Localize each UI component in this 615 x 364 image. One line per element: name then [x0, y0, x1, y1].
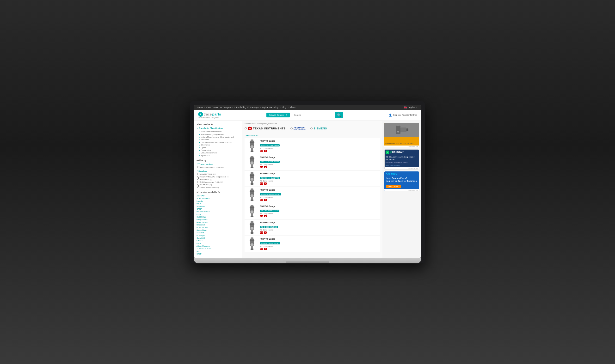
- product-item-5[interactable]: RS PRO Gauge IPS-G4002-5M1/PRO RS Compon…: [245, 220, 380, 236]
- model-item-step[interactable]: STEP: [197, 253, 240, 255]
- supplier-ti[interactable]: Texas Instruments (2): [197, 186, 240, 189]
- catalog-assmann-radio[interactable]: [290, 127, 293, 130]
- product-item-2[interactable]: RS PRO Gauge IPSU-GP100-5M12/PRO RS Comp…: [245, 170, 380, 187]
- product-badges-0: RS A: [260, 150, 378, 152]
- supplier-advantech[interactable]: ADVANTECH (21): [197, 173, 240, 176]
- language-label[interactable]: English: [408, 106, 415, 108]
- nav-home[interactable]: Home: [197, 106, 203, 108]
- nav-about[interactable]: About: [290, 106, 296, 108]
- model-item-altium-designer[interactable]: Altium Designer: [197, 245, 240, 247]
- sidebar-item-manufacturing[interactable]: Manufacturing engineering: [197, 133, 240, 136]
- nav-publishing[interactable]: Publishing 3D Catalogs: [236, 106, 259, 108]
- signin-label[interactable]: Sign in / Register for free: [393, 114, 417, 116]
- product-details-5: RS PRO Gauge IPS-G4002-5M1/PRO RS Compon…: [260, 221, 378, 234]
- sidebar-item-material-handling[interactable]: Material handling and lifting equipment: [197, 136, 240, 138]
- product-item-6[interactable]: RS PRO Gauge IPSU-GP100-5M12/PRO RS Comp…: [245, 236, 380, 252]
- sidebar-item-hydraulics[interactable]: Hydraulics: [197, 154, 240, 157]
- model-item-autocad[interactable]: AutoCAD: [197, 195, 240, 197]
- ad-ecadstar-card[interactable]: e @CADSTAR 3D EDA solution with the powe…: [384, 149, 419, 170]
- catalog-ti-radio[interactable]: [245, 127, 247, 130]
- catalog-assmann[interactable]: ASSMANN WSW components: [290, 127, 306, 130]
- type-of-content-section: Type of content With CAD models (134,500…: [197, 163, 240, 169]
- traceparts-classification[interactable]: TraceParts Classification: [197, 127, 240, 130]
- with-cad-models-filter[interactable]: With CAD models (134,500): [197, 166, 240, 169]
- search-input[interactable]: [292, 113, 335, 117]
- logo-icon: t: [198, 112, 203, 117]
- svg-rect-34: [250, 207, 254, 208]
- model-item-kicad[interactable]: KiCAD: [197, 242, 240, 245]
- ad-xometry-card[interactable]: XXometry Need Custom Parts? Xometry is O…: [384, 171, 419, 191]
- supplier-assmann-checkbox[interactable]: [198, 176, 199, 178]
- model-item-designspark[interactable]: DesignSpark: [197, 218, 240, 221]
- model-item-solidworks[interactable]: SOLIDWORKS: [197, 197, 240, 200]
- sidebar-item-pneumatics[interactable]: Pneumatics: [197, 149, 240, 152]
- product-item-0[interactable]: RS PRO Gauge IPSL-G0250-5M12/PRO RS Comp…: [245, 138, 380, 154]
- product-badges-3: RS A: [260, 199, 378, 201]
- product-tag-4: IPS-GM1P0-5M12/PRO: [260, 210, 279, 212]
- badge-a-5: A: [264, 232, 267, 234]
- browse-content-button[interactable]: Browse Content ▼: [267, 113, 290, 117]
- product-item-3[interactable]: RS PRO Gauge IPSLU-GP008-5M12/PRO RS Com…: [245, 187, 380, 203]
- xometry-cta-button[interactable]: Get a Quote ›: [386, 185, 401, 188]
- svg-point-29: [251, 195, 253, 197]
- sidebar-item-mechanical[interactable]: Mechanical components: [197, 130, 240, 133]
- product-item-4[interactable]: RS PRO Gauge IPS-GM1P0-5M12/PRO RS Compo…: [245, 203, 380, 220]
- supplier-eurotherm[interactable]: Eurotherm (4): [197, 178, 240, 181]
- model-item-catia[interactable]: CATIA: [197, 208, 240, 210]
- sidebar-item-electronics[interactable]: Electronics: [197, 143, 240, 146]
- model-item-fusion-360[interactable]: FUSION 360: [197, 226, 240, 229]
- model-item-sketchup[interactable]: SketchUp: [197, 205, 240, 208]
- sidebar-item-optics[interactable]: Optics: [197, 146, 240, 149]
- model-item-stl[interactable]: STL: [197, 250, 240, 253]
- svg-rect-24: [251, 183, 254, 185]
- model-item-inventor[interactable]: Inventor: [197, 200, 240, 202]
- model-item-gstarcad[interactable]: GstarCAD: [197, 237, 240, 239]
- badge-a-4: A: [264, 215, 267, 217]
- supplier-advantech-checkbox[interactable]: [198, 173, 199, 175]
- model-item-creo[interactable]: Creo: [197, 213, 240, 216]
- supplier-eurotherm-checkbox[interactable]: [198, 178, 199, 180]
- nav-digital-marketing[interactable]: Digital Marketing: [262, 106, 279, 108]
- supplier-rs-checkbox[interactable]: [198, 181, 199, 183]
- sidebar-item-vacuum[interactable]: Vacuum equipment: [197, 152, 240, 154]
- svg-point-50: [251, 244, 253, 246]
- supplier-ti-checkbox[interactable]: [198, 186, 199, 188]
- model-item-topsolid[interactable]: TopSolid: [197, 232, 240, 234]
- gauge-svg-6: [247, 237, 257, 250]
- ad-solenoid-card[interactable]: Series UL SOLENOID VALVES Sponsored link: [384, 123, 419, 147]
- model-item-bricscad[interactable]: BricsCAD: [197, 223, 240, 226]
- language-dropdown-icon[interactable]: ▼: [416, 106, 418, 108]
- model-item-zuken-cr-8000[interactable]: ZUKEN CR-8000: [197, 247, 240, 250]
- product-tag-2: IPSU-GP100-5M12/PRO: [260, 177, 280, 179]
- content-wrapper: Show results for TraceParts Classificati…: [194, 121, 421, 258]
- ti-name: TEXAS INSTRUMENTS: [253, 127, 286, 130]
- search-button[interactable]: 🔍: [335, 112, 343, 118]
- product-image-0: [246, 139, 257, 153]
- model-item-solid-edge[interactable]: Solid Edge: [197, 216, 240, 218]
- model-item-alibre-design[interactable]: Alibre Design: [197, 221, 240, 223]
- type-of-content-title[interactable]: Type of content: [197, 163, 240, 165]
- sidebar-item-electrical[interactable]: Electrical: [197, 138, 240, 141]
- catalog-siemens-radio[interactable]: [310, 127, 313, 130]
- model-item-eagle[interactable]: EAGLE: [197, 239, 240, 242]
- laptop-base: [194, 258, 421, 263]
- product-item-1[interactable]: RS PRO Gauge IPSL-G0050-5M12/PRO RS Comp…: [245, 154, 380, 170]
- supplier-assmann[interactable]: ASSMANN WSW components (1): [197, 176, 240, 178]
- supplier-siemens-checkbox[interactable]: [198, 184, 199, 186]
- supplier-siemens[interactable]: SIEMENS (1): [197, 183, 240, 186]
- nav-blog[interactable]: Blog: [282, 106, 286, 108]
- catalog-siemens[interactable]: SIEMENS: [310, 127, 327, 130]
- supplier-assmann-count: (1): [227, 176, 229, 178]
- nav-cad-content[interactable]: CAD Content for Designers: [206, 106, 233, 108]
- supplier-ti-label: Texas Instruments: [200, 186, 216, 188]
- model-item-revit[interactable]: Revit: [197, 202, 240, 205]
- with-cad-checkbox[interactable]: [198, 166, 199, 168]
- product-details-0: RS PRO Gauge IPSL-G0250-5M12/PRO RS Comp…: [260, 140, 378, 152]
- supplier-rs-components[interactable]: RS Components (134,493): [197, 181, 240, 183]
- catalog-ti[interactable]: TI TEXAS INSTRUMENTS: [245, 126, 286, 131]
- model-item-pro-engineer[interactable]: Pro/ENGINEER: [197, 210, 240, 213]
- suppliers-title[interactable]: Suppliers: [197, 170, 240, 172]
- sidebar-item-sensors[interactable]: Sensors and measurement systems: [197, 141, 240, 143]
- model-item-draftsight[interactable]: DraftSight: [197, 234, 240, 237]
- model-item-spaceclaim[interactable]: SpaceClaim: [197, 229, 240, 232]
